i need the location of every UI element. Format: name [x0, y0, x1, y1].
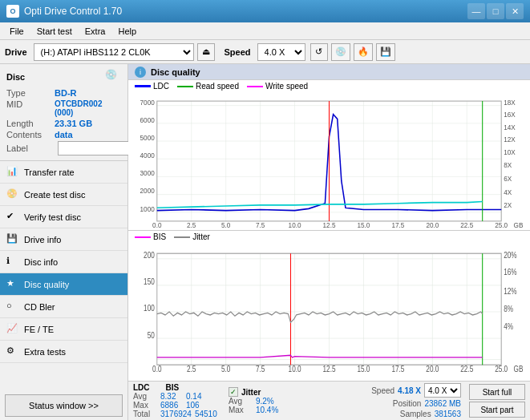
burn-button[interactable]: 🔥 — [354, 43, 373, 61]
nav-extra-tests-label: Extra tests — [24, 347, 66, 357]
svg-text:200: 200 — [144, 249, 155, 259]
status-window-button[interactable]: Status window >> — [5, 394, 123, 417]
svg-text:6000: 6000 — [140, 115, 155, 123]
legend-top: LDC Read speed Write speed — [128, 80, 530, 92]
bis-color-swatch — [135, 236, 151, 238]
legend-jitter-label: Jitter — [192, 232, 210, 241]
minimize-button[interactable]: — — [467, 3, 485, 19]
app-icon: O — [6, 5, 19, 18]
chart-header: i Disc quality — [128, 64, 530, 80]
start-full-button[interactable]: Start full — [469, 384, 525, 400]
legend-jitter: Jitter — [174, 232, 210, 241]
jitter-header: Jitter — [241, 388, 261, 397]
svg-text:6X: 6X — [504, 175, 512, 183]
svg-text:17.5: 17.5 — [391, 220, 404, 228]
svg-text:2.5: 2.5 — [187, 220, 196, 228]
speed-select[interactable]: 4.0 X — [424, 383, 461, 398]
legend-bis-label: BIS — [153, 232, 166, 241]
length-label: Length — [6, 119, 55, 128]
eject-button[interactable]: ⏏ — [197, 43, 215, 61]
refresh-button[interactable]: ↺ — [310, 43, 328, 61]
read-color-swatch — [177, 86, 193, 87]
menu-file[interactable]: File — [3, 25, 30, 38]
max-label: Max — [133, 401, 157, 410]
fe-te-icon: 📈 — [6, 323, 19, 336]
nav-disc-quality[interactable]: ★ Disc quality — [0, 273, 127, 296]
transfer-rate-icon: 📊 — [6, 166, 19, 179]
svg-text:17.5: 17.5 — [391, 364, 404, 374]
disc-panel-title: Disc — [6, 72, 25, 82]
svg-text:12X: 12X — [504, 135, 516, 143]
disc-panel: Disc Type BD-R MID OTCBDR002 (000) Lengt… — [0, 64, 127, 161]
samples-value: 381563 — [435, 410, 461, 418]
legend-read-label: Read speed — [196, 82, 239, 91]
svg-text:5000: 5000 — [140, 134, 155, 142]
total-label: Total — [133, 410, 157, 418]
contents-value: data — [55, 130, 73, 139]
maximize-button[interactable]: □ — [487, 3, 504, 19]
svg-text:20.0: 20.0 — [426, 364, 439, 374]
legend-ldc-label: LDC — [153, 82, 169, 91]
type-label: Type — [6, 88, 55, 98]
start-part-button[interactable]: Start part — [469, 402, 525, 418]
top-chart-svg: 7000 6000 5000 4000 3000 2000 1000 18X 1… — [128, 92, 530, 230]
nav-disc-info-label: Disc info — [24, 257, 58, 267]
nav-create-test-disc[interactable]: 📀 Create test disc — [0, 184, 127, 206]
svg-text:10.0: 10.0 — [289, 364, 301, 374]
legend-ldc: LDC — [135, 82, 169, 91]
menu-help[interactable]: Help — [111, 25, 143, 38]
jitter-checkbox[interactable]: ✓ — [229, 387, 238, 397]
svg-text:12.5: 12.5 — [323, 220, 336, 228]
disc-button[interactable]: 💿 — [331, 43, 350, 61]
svg-text:2000: 2000 — [140, 187, 155, 195]
position-value: 23862 MB — [424, 399, 461, 408]
bis-total: 54510 — [195, 410, 217, 418]
drive-select[interactable]: (H:) ATAPI iHBS112 2 CL0K — [34, 43, 194, 61]
svg-text:2X: 2X — [504, 201, 512, 209]
save-button[interactable]: 💾 — [376, 43, 395, 61]
nav-drive-info[interactable]: 💾 Drive info — [0, 228, 127, 251]
jitter-max: 10.4% — [256, 406, 278, 414]
svg-text:20%: 20% — [504, 249, 517, 259]
svg-text:10X: 10X — [504, 147, 516, 155]
avg-label2: Avg — [229, 397, 253, 406]
nav-transfer-rate[interactable]: 📊 Transfer rate — [0, 161, 127, 184]
nav-fe-te-label: FE / TE — [24, 325, 54, 334]
nav-disc-info[interactable]: ℹ Disc info — [0, 251, 127, 273]
svg-text:16X: 16X — [504, 111, 516, 119]
bis-max: 106 — [186, 401, 208, 410]
speed-value: 4.18 X — [398, 386, 421, 395]
disc-info-icon: ℹ — [6, 256, 19, 269]
menu-start-test[interactable]: Start test — [30, 25, 79, 38]
extra-tests-icon: ⚙ — [6, 345, 19, 358]
nav-create-label: Create test disc — [24, 190, 85, 200]
chart-area: i Disc quality LDC Read speed Write spee… — [128, 64, 530, 420]
legend-read: Read speed — [177, 82, 239, 91]
menubar: File Start test Extra Help — [0, 22, 530, 40]
svg-text:8%: 8% — [504, 304, 513, 313]
nav-transfer-rate-label: Transfer rate — [24, 168, 75, 177]
length-value: 23.31 GB — [55, 119, 92, 128]
nav-verify-test-disc[interactable]: ✔ Verify test disc — [0, 206, 127, 228]
svg-text:150: 150 — [144, 277, 155, 286]
svg-text:GB: GB — [514, 364, 524, 374]
bis-header: BIS — [166, 383, 180, 392]
ldc-avg: 8.32 — [160, 392, 183, 401]
close-button[interactable]: ✕ — [506, 3, 524, 19]
app-title: Opti Drive Control 1.70 — [24, 6, 122, 17]
nav-extra-tests[interactable]: ⚙ Extra tests — [0, 341, 127, 363]
svg-text:16%: 16% — [504, 267, 517, 277]
speed-label: Speed — [371, 386, 394, 395]
speed-select[interactable]: 4.0 X — [257, 43, 305, 61]
label-input[interactable] — [58, 141, 130, 155]
ldc-header: LDC — [133, 383, 150, 392]
nav-fe-te[interactable]: 📈 FE / TE — [0, 318, 127, 341]
speed-label: Speed — [225, 47, 251, 57]
nav-cd-bler[interactable]: ○ CD Bler — [0, 296, 127, 318]
ldc-total: 3176924 — [160, 410, 192, 418]
position-label: Position — [393, 399, 422, 408]
svg-text:4000: 4000 — [140, 151, 155, 160]
svg-text:7.5: 7.5 — [256, 220, 265, 228]
menu-extra[interactable]: Extra — [79, 25, 112, 38]
create-test-disc-icon: 📀 — [6, 188, 19, 201]
